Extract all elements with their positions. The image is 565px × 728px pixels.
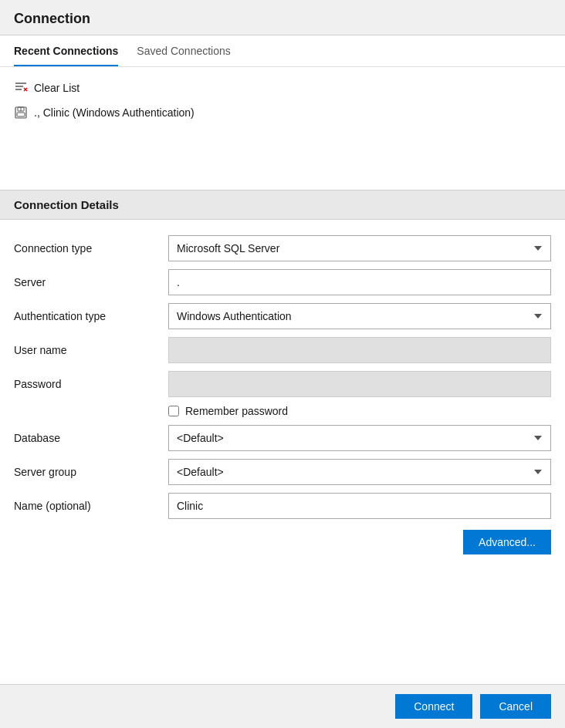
- server-group-control: <Default>: [168, 459, 551, 485]
- tabs-bar: Recent Connections Saved Connections: [0, 35, 565, 67]
- server-input[interactable]: [168, 269, 551, 295]
- clear-list-icon: [14, 79, 28, 96]
- username-control: [168, 337, 551, 363]
- footer: Connect Cancel: [0, 684, 565, 728]
- advanced-button[interactable]: Advanced...: [463, 530, 551, 554]
- name-optional-input[interactable]: [168, 493, 551, 519]
- remember-password-label[interactable]: Remember password: [185, 405, 288, 417]
- connection-details-header: Connection Details: [0, 190, 565, 220]
- database-control: <Default>: [168, 425, 551, 451]
- recent-connections-area: Clear List ., Clinic (Windows Authentica…: [0, 67, 565, 190]
- database-wrapper: <Default>: [168, 425, 551, 451]
- password-label: Password: [14, 378, 168, 390]
- connection-type-control: Microsoft SQL Server PostgreSQL MySQL SQ…: [168, 235, 551, 261]
- name-optional-row: Name (optional): [14, 493, 551, 519]
- password-input: [168, 371, 551, 397]
- auth-type-wrapper: Windows Authentication SQL Server Authen…: [168, 303, 551, 329]
- advanced-row: Advanced...: [14, 530, 551, 554]
- username-input: [168, 337, 551, 363]
- database-icon: [14, 106, 28, 120]
- connect-button[interactable]: Connect: [395, 694, 472, 719]
- auth-type-row: Authentication type Windows Authenticati…: [14, 303, 551, 329]
- clear-list-label: Clear List: [34, 82, 80, 94]
- password-row: Password: [14, 371, 551, 397]
- title-bar: Connection: [0, 0, 565, 35]
- auth-type-label: Authentication type: [14, 310, 168, 322]
- server-group-row: Server group <Default>: [14, 459, 551, 485]
- server-control: [168, 269, 551, 295]
- server-group-label: Server group: [14, 466, 168, 478]
- username-label: User name: [14, 344, 168, 356]
- remember-password-checkbox[interactable]: [168, 406, 179, 416]
- cancel-button[interactable]: Cancel: [480, 694, 551, 719]
- remember-password-row: Remember password: [168, 405, 551, 417]
- database-row: Database <Default>: [14, 425, 551, 451]
- database-select[interactable]: <Default>: [168, 425, 551, 451]
- server-row: Server: [14, 269, 551, 295]
- name-optional-label: Name (optional): [14, 500, 168, 512]
- server-group-wrapper: <Default>: [168, 459, 551, 485]
- database-label: Database: [14, 432, 168, 444]
- recent-connection-label: ., Clinic (Windows Authentication): [34, 106, 195, 119]
- recent-connection-item[interactable]: ., Clinic (Windows Authentication): [14, 101, 551, 124]
- password-control: [168, 371, 551, 397]
- tab-recent[interactable]: Recent Connections: [14, 35, 118, 66]
- connection-details-area: Connection type Microsoft SQL Server Pos…: [0, 220, 565, 684]
- auth-type-select[interactable]: Windows Authentication SQL Server Authen…: [168, 303, 551, 329]
- connection-type-label: Connection type: [14, 242, 168, 254]
- connection-type-select[interactable]: Microsoft SQL Server PostgreSQL MySQL SQ…: [168, 235, 551, 261]
- username-row: User name: [14, 337, 551, 363]
- dialog-title: Connection: [14, 11, 551, 27]
- server-label: Server: [14, 276, 168, 288]
- tab-saved[interactable]: Saved Connections: [137, 35, 230, 66]
- name-optional-control: [168, 493, 551, 519]
- server-group-select[interactable]: <Default>: [168, 459, 551, 485]
- svg-rect-7: [17, 113, 25, 116]
- auth-type-control: Windows Authentication SQL Server Authen…: [168, 303, 551, 329]
- connection-type-row: Connection type Microsoft SQL Server Pos…: [14, 235, 551, 261]
- connection-type-wrapper: Microsoft SQL Server PostgreSQL MySQL SQ…: [168, 235, 551, 261]
- clear-list-button[interactable]: Clear List: [14, 75, 80, 101]
